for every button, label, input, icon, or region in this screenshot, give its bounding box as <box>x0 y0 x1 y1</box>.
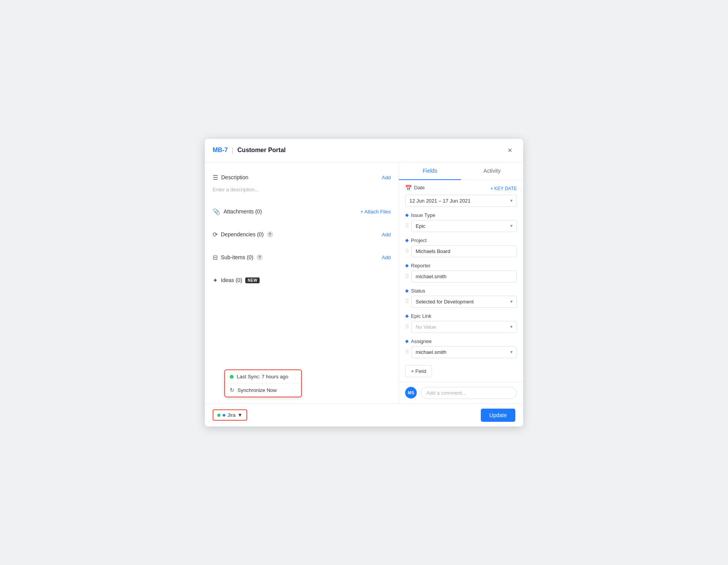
epic-link-label: ◆ Epic Link <box>405 313 517 319</box>
description-label: Description <box>221 174 248 180</box>
dependencies-section: ⟳ Dependencies (0) ? Add <box>213 227 391 242</box>
last-sync-item: Last Sync: 7 hours ago <box>225 370 301 383</box>
add-field-button[interactable]: + Field <box>405 365 432 377</box>
project-label: ◆ Project <box>405 237 517 243</box>
tab-fields[interactable]: Fields <box>399 162 461 180</box>
dependencies-label: Dependencies (0) <box>221 231 264 237</box>
drag-handle-assignee[interactable]: ⠿ <box>405 349 409 355</box>
project-control: ⠿ Michaels Board <box>405 245 517 257</box>
tab-activity[interactable]: Activity <box>461 162 523 180</box>
drag-handle-reporter[interactable]: ⠿ <box>405 273 409 279</box>
sub-items-header: ⊟ Sub-items (0) ? Add <box>213 250 391 265</box>
close-button[interactable]: × <box>504 144 515 156</box>
synchronize-now-item[interactable]: ↻ Synchronize Now <box>225 383 301 397</box>
dependencies-add-link[interactable]: Add <box>382 232 391 237</box>
description-header: ☰ Description Add <box>213 170 391 185</box>
comment-input[interactable]: Add a comment... <box>421 387 517 399</box>
epic-link-chevron-icon: ▾ <box>510 324 513 329</box>
sync-now-text: Synchronize Now <box>237 387 277 393</box>
epic-link-control: ⠿ No Value ▾ <box>405 321 517 333</box>
assignee-field-row: ◆ Assignee ⠿ michael.smith ▾ <box>405 338 517 358</box>
description-placeholder[interactable]: Enter a description... <box>213 185 391 196</box>
issue-id: MB-7 <box>213 147 228 154</box>
fields-content: 📅 Date + KEY DATE 12 Jun 2021 – 17 Jun 2… <box>399 180 523 382</box>
date-header: 📅 Date + KEY DATE <box>405 185 517 193</box>
status-select[interactable]: Selected for Development ▾ <box>411 296 517 308</box>
assignee-control: ⠿ michael.smith ▾ <box>405 346 517 358</box>
project-value: Michaels Board <box>416 248 451 254</box>
drag-handle-epic-link[interactable]: ⠿ <box>405 324 409 330</box>
reporter-value: michael.smith <box>416 274 446 279</box>
sub-items-section: ⊟ Sub-items (0) ? Add <box>213 250 391 265</box>
ideas-title: ✦ Ideas (0) NEW <box>213 277 260 284</box>
update-button[interactable]: Update <box>481 409 515 422</box>
dependencies-title: ⟳ Dependencies (0) ? <box>213 231 273 238</box>
epic-link-select[interactable]: No Value ▾ <box>411 321 517 333</box>
jira-button[interactable]: ◆ Jira ▼ <box>213 409 247 421</box>
assignee-select[interactable]: michael.smith ▾ <box>411 346 517 358</box>
sub-items-title: ⊟ Sub-items (0) ? <box>213 254 263 261</box>
status-label: ◆ Status <box>405 288 517 294</box>
date-select[interactable]: 12 Jun 2021 – 17 Jun 2021 ▾ <box>405 195 517 207</box>
calendar-icon: 📅 <box>405 185 412 191</box>
issue-type-value: Epic <box>416 223 425 229</box>
attach-files-link[interactable]: + Attach Files <box>361 209 391 215</box>
issue-title: Customer Portal <box>237 147 286 154</box>
date-chevron-icon: ▾ <box>510 198 513 203</box>
modal-footer: Last Sync: 7 hours ago ↻ Synchronize Now… <box>205 404 523 426</box>
last-sync-text: Last Sync: 7 hours ago <box>237 374 288 380</box>
status-chevron-icon: ▾ <box>510 299 513 304</box>
tabs-header: Fields Activity <box>399 162 523 180</box>
jira-dropdown-arrow: ▼ <box>237 412 243 418</box>
sync-popup: Last Sync: 7 hours ago ↻ Synchronize Now <box>224 369 302 397</box>
ideas-label: Ideas (0) <box>221 277 242 283</box>
issue-type-label: ◆ Issue Type <box>405 212 517 218</box>
sub-items-help-icon[interactable]: ? <box>257 254 263 260</box>
sub-items-label: Sub-items (0) <box>221 254 253 260</box>
dependencies-help-icon[interactable]: ? <box>267 231 273 237</box>
modal-header: MB-7 | Customer Portal × <box>205 139 523 162</box>
ideas-icon: ✦ <box>213 277 218 284</box>
issue-type-field-row: ◆ Issue Type ⠿ Epic ▾ <box>405 212 517 232</box>
drag-handle-project[interactable]: ⠿ <box>405 248 409 254</box>
drag-handle-status[interactable]: ⠿ <box>405 298 409 305</box>
jira-diamond-icon: ◆ <box>222 412 225 418</box>
assignee-chevron-icon: ▾ <box>510 349 513 355</box>
diamond-icon-issue: ◆ <box>405 212 409 218</box>
user-avatar: MS <box>405 387 417 399</box>
ideas-header: ✦ Ideas (0) NEW <box>213 273 391 288</box>
date-value: 12 Jun 2021 – 17 Jun 2021 <box>409 198 471 204</box>
reporter-input[interactable]: michael.smith <box>411 270 517 282</box>
diamond-icon-project: ◆ <box>405 237 409 243</box>
jira-status-dot <box>217 414 220 417</box>
key-date-link[interactable]: + KEY DATE <box>490 186 517 191</box>
attachments-label: Attachments (0) <box>224 208 262 215</box>
description-icon: ☰ <box>213 174 218 181</box>
date-label: 📅 Date <box>405 185 425 191</box>
description-section: ☰ Description Add Enter a description... <box>213 170 391 196</box>
status-field-row: ◆ Status ⠿ Selected for Development ▾ <box>405 288 517 308</box>
issue-type-select[interactable]: Epic ▾ <box>411 220 517 232</box>
modal-container: MB-7 | Customer Portal × ☰ Description A… <box>205 139 523 426</box>
description-title: ☰ Description <box>213 174 248 181</box>
header-divider: | <box>232 146 234 154</box>
epic-link-field-row: ◆ Epic Link ⠿ No Value ▾ <box>405 313 517 333</box>
dependency-icon: ⟳ <box>213 231 218 238</box>
issue-type-control: ⠿ Epic ▾ <box>405 220 517 232</box>
sync-dot-icon <box>230 375 234 379</box>
sub-items-add-link[interactable]: Add <box>382 255 391 260</box>
reporter-control: ⠿ michael.smith <box>405 270 517 282</box>
attachments-header: 📎 Attachments (0) + Attach Files <box>213 204 391 219</box>
comment-placeholder: Add a comment... <box>426 390 466 396</box>
project-input[interactable]: Michaels Board <box>411 245 517 257</box>
left-panel: ☰ Description Add Enter a description...… <box>205 162 399 404</box>
assignee-label: ◆ Assignee <box>405 338 517 344</box>
date-field-row: 📅 Date + KEY DATE 12 Jun 2021 – 17 Jun 2… <box>405 185 517 207</box>
description-add-link[interactable]: Add <box>382 175 391 180</box>
status-control: ⠿ Selected for Development ▾ <box>405 296 517 308</box>
paperclip-icon: 📎 <box>213 208 220 215</box>
drag-handle-issue-type[interactable]: ⠿ <box>405 223 409 229</box>
diamond-icon-epic: ◆ <box>405 313 409 319</box>
jira-label: Jira <box>227 412 236 418</box>
ideas-new-badge: NEW <box>245 277 260 283</box>
